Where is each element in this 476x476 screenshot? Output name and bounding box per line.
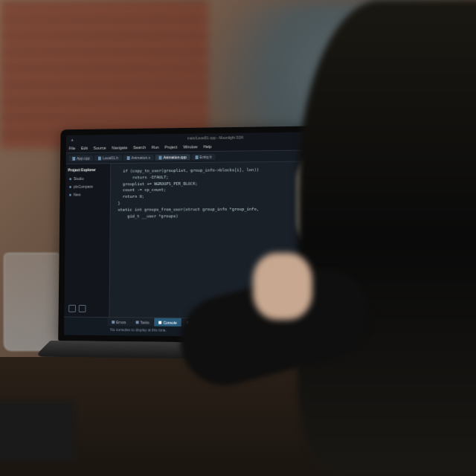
background-brick-wall: [0, 0, 208, 149]
tab-label: Animation.cpp: [164, 155, 187, 159]
bottom-tab-errors[interactable]: Errors: [107, 318, 130, 326]
project-explorer-title: Project Explorer: [68, 166, 108, 173]
tab-label: App.cpp: [77, 156, 90, 161]
sidebar-item-label: plxCompare: [74, 184, 93, 189]
tab-level01-h[interactable]: Level01.h: [94, 155, 121, 161]
tasks-icon: [135, 321, 138, 324]
menu-project[interactable]: Project: [164, 145, 177, 149]
menu-help[interactable]: Help: [203, 144, 211, 149]
project-explorer-panel: Project Explorer Studio plxCompare New: [64, 164, 111, 317]
menu-window[interactable]: Window: [183, 144, 197, 149]
menu-search[interactable]: Search: [133, 145, 146, 149]
app-logo-icon: ▲: [71, 138, 74, 142]
folder-icon: [69, 185, 71, 187]
sidebar-item-new[interactable]: New: [68, 191, 108, 197]
tab-entity-h[interactable]: Entity.h: [192, 154, 216, 160]
tab-label: Tasks: [140, 320, 149, 324]
console-icon: [159, 321, 162, 324]
file-icon: [127, 156, 130, 160]
water-glass: [4, 253, 61, 351]
errors-icon: [112, 321, 115, 324]
grid-view-icon[interactable]: [68, 305, 76, 312]
menu-run[interactable]: Run: [152, 145, 159, 149]
file-icon: [98, 156, 101, 160]
bottom-tab-console[interactable]: Console: [155, 318, 181, 327]
code-line: gid_t __user *groups): [118, 212, 312, 219]
tab-animation-cpp[interactable]: Animation.cpp: [155, 154, 190, 160]
tab-label: Errors: [116, 320, 126, 324]
tab-label: Animation.c: [132, 155, 150, 160]
tab-label: Console: [164, 320, 177, 324]
external-keyboard: [0, 402, 74, 461]
menu-source[interactable]: Source: [94, 146, 106, 150]
folder-icon: [69, 193, 71, 196]
person-hand: [253, 253, 312, 320]
file-icon: [72, 156, 75, 160]
file-icon: [196, 155, 199, 159]
tab-label: Level01.h: [103, 155, 118, 160]
folder-icon: [69, 178, 71, 180]
bottom-tab-tasks[interactable]: Tasks: [131, 318, 153, 326]
menu-navigate[interactable]: Navigate: [112, 145, 127, 149]
tab-animation-c[interactable]: Animation.c: [123, 155, 154, 161]
person-silhouette: [298, 0, 476, 476]
sidebar-item-label: New: [74, 193, 81, 197]
tab-app-cpp[interactable]: App.cpp: [69, 155, 94, 161]
tab-label: Entity.h: [199, 155, 211, 159]
menu-file[interactable]: File: [69, 146, 76, 150]
sidebar-item-label: Studio: [74, 176, 84, 181]
sidebar-item-plxcompare[interactable]: plxCompare: [68, 184, 108, 190]
menu-edit[interactable]: Edit: [81, 146, 88, 150]
file-icon: [159, 155, 162, 159]
list-view-icon[interactable]: [79, 305, 86, 312]
sidebar-item-studio[interactable]: Studio: [68, 176, 108, 181]
window-title: main/Level01.cpp - Moonlight SDK: [187, 135, 244, 141]
